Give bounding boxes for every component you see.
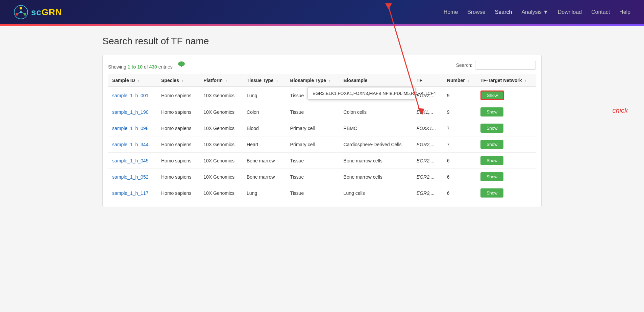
sort-icon-platform: ↕ (225, 79, 227, 83)
col-tf-target-network[interactable]: TF-Target Network ↕ (476, 74, 536, 87)
cell-tf: EGR2,... (413, 87, 443, 104)
sample-id-link[interactable]: sample_1_h_344 (112, 142, 148, 147)
table-row: sample_1_h_098 Homo sapiens 10X Genomics… (108, 120, 536, 136)
cell-species: Homo sapiens (157, 120, 199, 136)
show-button[interactable]: Show (480, 90, 504, 100)
search-area: Search: (456, 61, 536, 70)
logo[interactable]: scGRN (14, 5, 62, 20)
cell-tissue-type: Blood (243, 120, 286, 136)
sample-id-link[interactable]: sample_1_h_052 (112, 174, 148, 180)
cell-show: Show (476, 104, 536, 120)
logo-text: scGRN (31, 7, 62, 18)
sort-icon-number: ↓ (468, 79, 469, 83)
cell-show: Show (476, 185, 536, 201)
cell-number: 6 (443, 153, 476, 169)
svg-point-2 (24, 13, 26, 16)
svg-rect-10 (181, 65, 182, 67)
cell-biosample-type: Tissue (286, 169, 340, 185)
main-nav: Home Browse Search Analysis ▼ Download C… (444, 9, 630, 15)
sample-id-link[interactable]: sample_1_h_117 (112, 190, 148, 196)
cell-sample-id: sample_1_h_001 (108, 87, 157, 104)
cell-sample-id: sample_1_h_098 (108, 120, 157, 136)
main-content: Search result of TF name Showing 1 to 10… (96, 26, 548, 214)
cell-tissue-type: Colon (243, 104, 286, 120)
cell-tf: FOXK1... (413, 120, 443, 136)
sample-id-link[interactable]: sample_1_h_001 (112, 93, 148, 98)
sort-icon-sample-id: ↕ (138, 79, 140, 83)
sample-id-link[interactable]: sample_1_h_045 (112, 158, 148, 163)
cell-tissue-type: Bone marrow (243, 153, 286, 169)
col-tf[interactable]: TF (413, 74, 443, 87)
sort-icon-biosample-type: ↕ (329, 79, 330, 83)
cell-biosample-type: Tissue (286, 185, 340, 201)
cell-platform: 10X Genomics (199, 153, 243, 169)
col-tissue-type[interactable]: Tissue Type ↕ (243, 74, 286, 87)
cell-show: Show (476, 169, 536, 185)
nav-help[interactable]: Help (619, 9, 630, 15)
cell-platform: 10X Genomics (199, 104, 243, 120)
table-row: sample_1_h_190 Homo sapiens 10X Genomics… (108, 104, 536, 120)
show-button[interactable]: Show (480, 156, 504, 165)
cell-sample-id: sample_1_h_052 (108, 169, 157, 185)
cell-species: Homo sapiens (157, 153, 199, 169)
cell-platform: 10X Genomics (199, 136, 243, 153)
search-input[interactable] (475, 61, 536, 70)
show-button[interactable]: Show (480, 172, 504, 181)
sample-id-link[interactable]: sample_1_h_098 (112, 126, 148, 131)
cell-show: Show (476, 136, 536, 153)
table-row: sample_1_h_117 Homo sapiens 10X Genomics… (108, 185, 536, 201)
download-data-button[interactable] (177, 60, 186, 70)
show-button[interactable]: Show (480, 107, 504, 116)
showing-info: Showing 1 to 10 of 430 entries (108, 60, 186, 70)
results-table: Sample ID ↕ Species ↕ Platform ↕ Tissue … (108, 74, 536, 201)
chick-label: chick (612, 107, 628, 114)
cell-species: Homo sapiens (157, 87, 199, 104)
cell-sample-id: sample_1_h_045 (108, 153, 157, 169)
cell-show: Show (476, 120, 536, 136)
cell-tissue-type: Lung (243, 87, 286, 104)
nav-contact[interactable]: Contact (591, 9, 610, 15)
cell-tf: EGR2,... (413, 169, 443, 185)
col-species[interactable]: Species ↕ (157, 74, 199, 87)
cell-tf: EGR2,... (413, 136, 443, 153)
col-biosample-type[interactable]: Biosample Type ↕ (286, 74, 340, 87)
nav-home[interactable]: Home (444, 9, 458, 15)
page-title: Search result of TF name (102, 36, 542, 47)
table-top-bar: Showing 1 to 10 of 430 entries Search: (108, 60, 536, 70)
cell-sample-id: sample_1_h_344 (108, 136, 157, 153)
cell-biosample: Colon cells (340, 104, 413, 120)
sort-icon-network: ↕ (524, 79, 526, 83)
cell-biosample-type: Tissue (286, 87, 340, 104)
show-button[interactable]: Show (480, 188, 504, 198)
col-platform[interactable]: Platform ↕ (199, 74, 243, 87)
cell-platform: 10X Genomics (199, 169, 243, 185)
cell-number: 7 (443, 120, 476, 136)
cell-show: Show (476, 87, 536, 104)
header: scGRN Home Browse Search Analysis ▼ Down… (0, 0, 644, 24)
cell-species: Homo sapiens (157, 169, 199, 185)
show-button[interactable]: Show (480, 140, 504, 149)
cell-sample-id: sample_1_h_117 (108, 185, 157, 201)
cell-species: Homo sapiens (157, 136, 199, 153)
sample-id-link[interactable]: sample_1_h_190 (112, 109, 148, 115)
cell-platform: 10X Genomics (199, 185, 243, 201)
sort-icon-tissue: ↕ (276, 79, 278, 83)
show-button[interactable]: Show (480, 124, 504, 133)
chevron-down-icon: ▼ (543, 9, 548, 15)
nav-download[interactable]: Download (558, 9, 582, 15)
nav-browse[interactable]: Browse (467, 9, 485, 15)
table-row: sample_1_h_344 Homo sapiens 10X Genomics… (108, 136, 536, 153)
col-sample-id[interactable]: Sample ID ↕ (108, 74, 157, 87)
nav-analysis[interactable]: Analysis ▼ (521, 9, 548, 15)
cell-biosample: Bone marrow cells (340, 153, 413, 169)
cell-number: 6 (443, 169, 476, 185)
cell-biosample-type: Tissue (286, 104, 340, 120)
table-row: sample_1_h_001 Homo sapiens 10X Genomics… (108, 87, 536, 104)
cell-biosample: PBMC (340, 120, 413, 136)
col-biosample[interactable]: Biosample (340, 74, 413, 87)
sort-icon-species: ↕ (182, 79, 183, 83)
svg-line-6 (22, 12, 24, 14)
col-number[interactable]: Number ↓ (443, 74, 476, 87)
cell-platform: 10X Genomics (199, 87, 243, 104)
nav-search[interactable]: Search (495, 9, 512, 15)
